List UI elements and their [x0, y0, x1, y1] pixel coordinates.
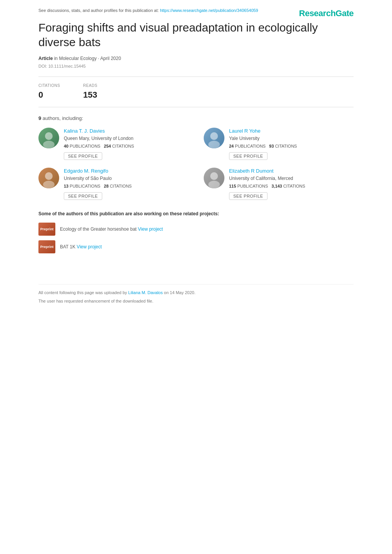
footer-upload-date: on 14 May 2020. [164, 290, 196, 295]
see-profile-button-1[interactable]: SEE PROFILE [64, 152, 102, 160]
divider-2 [38, 107, 354, 107]
project-thumb-2: Preprint [38, 240, 55, 253]
author-stats-4: 115 PUBLICATIONS 3,143 CITATIONS [229, 183, 305, 189]
svg-point-5 [43, 181, 55, 188]
author-institution-2: Yale University [229, 135, 297, 142]
related-projects-heading: Some of the authors of this publication … [38, 211, 354, 217]
see-profile-button-2[interactable]: SEE PROFILE [229, 152, 267, 160]
journal-name: Molecular Ecology [59, 56, 96, 61]
author-name-2[interactable]: Laurel R Yohe [229, 128, 297, 135]
stats-row: CITATIONS 0 READS 153 [38, 83, 354, 101]
author-avatar-4 [204, 168, 224, 188]
see-profile-button-3[interactable]: SEE PROFILE [64, 192, 102, 200]
footer-note: The user has requested enhancement of th… [38, 298, 354, 304]
project-view-link-1[interactable]: View project [138, 226, 163, 232]
author-avatar-1 [38, 128, 59, 148]
publication-url[interactable]: https://www.researchgate.net/publication… [160, 8, 258, 13]
article-type: Article [38, 56, 53, 61]
author-card-3: Edgardo M. Rengifo University of São Pau… [38, 168, 188, 200]
project-text-1: Ecology of the Greater horseshoe bat Vie… [60, 226, 163, 233]
doi-label: DOI: [38, 64, 47, 68]
author-avatar-2 [204, 128, 224, 148]
divider-1 [38, 77, 354, 77]
author-name-4[interactable]: Elizabeth R Dumont [229, 168, 305, 175]
avatar-face-3 [38, 168, 59, 188]
authors-grid: Kalina T. J. Davies Queen Mary, Universi… [38, 128, 354, 200]
svg-point-4 [45, 172, 53, 180]
author-stats-1: 40 PUBLICATIONS 254 CITATIONS [64, 143, 134, 149]
author-info-2: Laurel R Yohe Yale University 24 PUBLICA… [229, 128, 297, 160]
citations-label: CITATIONS [38, 83, 60, 88]
author-institution-4: University of California, Merced [229, 175, 305, 182]
author-institution-1: Queen Mary, University of London [64, 135, 134, 142]
top-link-text: See discussions, stats, and author profi… [38, 8, 159, 13]
see-profile-button-4[interactable]: SEE PROFILE [229, 192, 267, 200]
footer-upload-text: All content following this page was uplo… [38, 290, 127, 295]
author-info-3: Edgardo M. Rengifo University of São Pau… [64, 168, 132, 200]
article-meta: Article in Molecular Ecology · April 202… [38, 55, 354, 62]
author-info-4: Elizabeth R Dumont University of Califor… [229, 168, 305, 200]
author-name-3[interactable]: Edgardo M. Rengifo [64, 168, 132, 175]
reads-label: READS [83, 83, 97, 88]
author-avatar-3 [38, 168, 59, 188]
footer-uploader-name[interactable]: Liliana M. Davalos [128, 290, 163, 295]
author-name-1[interactable]: Kalina T. J. Davies [64, 128, 134, 135]
related-projects-section: Some of the authors of this publication … [38, 211, 354, 253]
project-name-2: BAT 1K [60, 244, 75, 250]
svg-point-7 [208, 181, 220, 188]
author-institution-3: University of São Paulo [64, 175, 132, 182]
author-info-1: Kalina T. J. Davies Queen Mary, Universi… [64, 128, 134, 160]
authors-section: 9 authors, including: Kalina T. J. Davie… [38, 115, 354, 200]
author-card-1: Kalina T. J. Davies Queen Mary, Universi… [38, 128, 188, 160]
author-stats-2: 24 PUBLICATIONS 93 CITATIONS [229, 143, 297, 149]
reads-block: READS 153 [83, 83, 97, 101]
citations-block: CITATIONS 0 [38, 83, 60, 101]
svg-point-6 [210, 172, 218, 180]
reads-value: 153 [83, 89, 97, 101]
researchgate-logo: ResearchGate [299, 8, 354, 20]
doi-value: 10.1111/mec.15445 [48, 64, 86, 68]
project-item-1: Preprint Ecology of the Greater horsesho… [38, 223, 354, 236]
project-view-link-2[interactable]: View project [77, 244, 102, 250]
project-thumb-1: Preprint [38, 223, 55, 236]
doi-line: DOI: 10.1111/mec.15445 [38, 63, 354, 69]
authors-count: 9 [38, 115, 41, 121]
article-preposition: in [54, 56, 58, 61]
page-wrapper: ResearchGate See discussions, stats, and… [23, 0, 369, 329]
avatar-face-4 [204, 168, 224, 188]
svg-point-3 [208, 141, 220, 148]
project-name-1: Ecology of the Greater horseshoe bat [60, 226, 136, 232]
avatar-face-2 [204, 128, 224, 148]
footer-upload-line: All content following this page was uplo… [38, 290, 354, 296]
svg-point-2 [210, 132, 218, 140]
svg-point-0 [45, 132, 53, 140]
paper-title: Foraging shifts and visual preadaptation… [38, 20, 354, 49]
avatar-face-1 [38, 128, 59, 148]
article-date-value: April 2020 [100, 56, 121, 61]
authors-heading: 9 authors, including: [38, 115, 354, 122]
project-text-2: BAT 1K View project [60, 244, 102, 250]
author-card-2: Laurel R Yohe Yale University 24 PUBLICA… [204, 128, 354, 160]
author-stats-3: 13 PUBLICATIONS 28 CITATIONS [64, 183, 132, 189]
authors-heading-text: authors, including: [43, 115, 83, 121]
citations-value: 0 [38, 89, 60, 101]
svg-point-1 [43, 141, 55, 148]
author-card-4: Elizabeth R Dumont University of Califor… [204, 168, 354, 200]
project-item-2: Preprint BAT 1K View project [38, 240, 354, 253]
footer-section: All content following this page was uplo… [38, 284, 354, 304]
